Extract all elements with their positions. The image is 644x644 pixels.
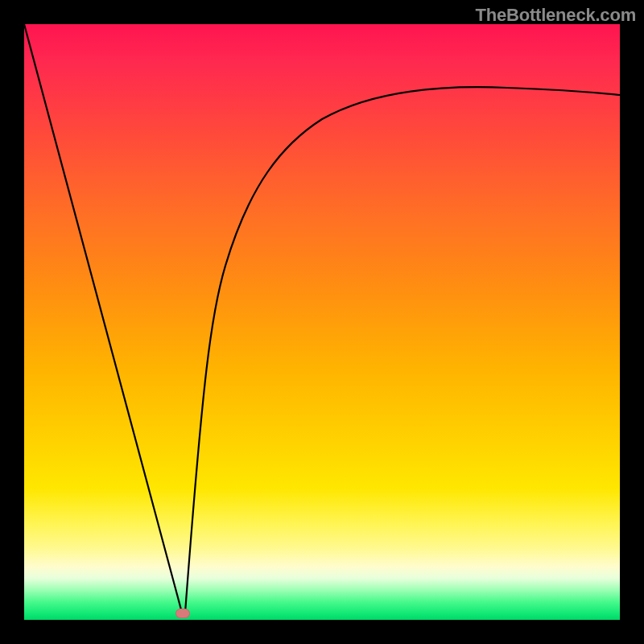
valley-marker — [175, 609, 190, 618]
chart-curve-layer — [24, 24, 620, 620]
curve-left-limb — [24, 24, 182, 613]
attribution-text: TheBottleneck.com — [475, 5, 636, 26]
curve-right-limb — [185, 87, 620, 613]
chart-container: TheBottleneck.com — [0, 0, 644, 644]
